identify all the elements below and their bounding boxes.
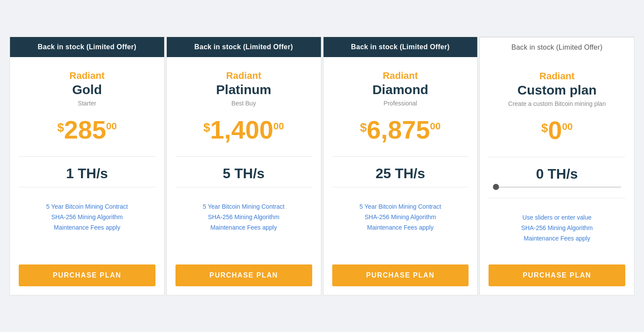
feature-item-custom-1: SHA-256 Mining Algorithm — [489, 224, 625, 231]
price-container-diamond: $6,87500 — [360, 117, 441, 142]
features-list-custom: Use sliders or enter valueSHA-256 Mining… — [489, 214, 625, 245]
divider-bottom-platinum — [175, 187, 312, 187]
th-value-diamond: 25 TH/s — [375, 166, 425, 182]
plan-subtitle-platinum: Best Buy — [232, 100, 256, 107]
plan-name-diamond: Diamond — [372, 82, 428, 97]
feature-item-gold-1: SHA-256 Mining Algorithm — [19, 213, 155, 220]
brand-platinum: Radiant — [226, 70, 261, 81]
th-value-custom: 0 TH/s — [536, 166, 578, 182]
card-body-custom: RadiantCustom planCreate a custom Bitcoi… — [480, 58, 634, 264]
price-cents-diamond: 00 — [430, 121, 441, 132]
plan-subtitle-custom: Create a custom Bitcoin mining plan — [508, 100, 606, 107]
price-main-gold: 285 — [64, 117, 106, 142]
card-diamond: Back in stock (Limited Offer)RadiantDiam… — [323, 37, 478, 295]
feature-item-gold-0: 5 Year Bitcoin Mining Contract — [19, 203, 155, 210]
card-body-gold: RadiantGoldStarter$285001 TH/s5 Year Bit… — [10, 57, 164, 264]
purchase-button-custom[interactable]: PURCHASE PLAN — [489, 264, 625, 286]
plan-subtitle-diamond: Professional — [384, 100, 417, 107]
divider-top-diamond — [332, 156, 469, 157]
plan-name-custom: Custom plan — [517, 83, 597, 98]
slider-dot-custom — [493, 184, 499, 190]
price-container-custom: $000 — [541, 118, 573, 143]
divider-top-gold — [19, 156, 155, 157]
banner-gold: Back in stock (Limited Offer) — [10, 37, 164, 57]
th-value-gold: 1 TH/s — [66, 166, 108, 182]
feature-item-diamond-2: Maintenance Fees apply — [332, 224, 469, 231]
banner-platinum: Back in stock (Limited Offer) — [167, 37, 321, 57]
price-dollar-diamond: $ — [360, 121, 367, 135]
price-container-gold: $28500 — [57, 117, 117, 142]
purchase-button-platinum[interactable]: PURCHASE PLAN — [175, 264, 312, 286]
feature-item-custom-2: Maintenance Fees apply — [489, 235, 625, 242]
plan-name-platinum: Platinum — [216, 82, 271, 97]
feature-item-diamond-0: 5 Year Bitcoin Mining Contract — [332, 203, 469, 210]
price-cents-gold: 00 — [106, 121, 117, 132]
card-platinum: Back in stock (Limited Offer)RadiantPlat… — [166, 37, 321, 295]
price-main-custom: 0 — [548, 118, 562, 143]
divider-bottom-custom — [489, 198, 625, 198]
th-value-platinum: 5 TH/s — [223, 166, 265, 182]
features-list-diamond: 5 Year Bitcoin Mining ContractSHA-256 Mi… — [332, 203, 469, 234]
divider-top-platinum — [175, 156, 312, 157]
plan-name-gold: Gold — [72, 82, 102, 97]
feature-item-custom-0: Use sliders or enter value — [489, 214, 625, 221]
slider-line-custom — [499, 186, 621, 188]
features-list-platinum: 5 Year Bitcoin Mining ContractSHA-256 Mi… — [175, 203, 312, 234]
price-main-platinum: 1,400 — [210, 117, 273, 142]
feature-item-platinum-0: 5 Year Bitcoin Mining Contract — [175, 203, 312, 210]
brand-custom: Radiant — [539, 71, 575, 82]
price-cents-platinum: 00 — [273, 121, 284, 132]
features-list-gold: 5 Year Bitcoin Mining ContractSHA-256 Mi… — [19, 203, 155, 234]
card-custom: Back in stock (Limited Offer)RadiantCust… — [479, 37, 634, 295]
pricing-cards-container: Back in stock (Limited Offer)RadiantGold… — [9, 37, 635, 295]
price-dollar-platinum: $ — [203, 121, 210, 135]
brand-gold: Radiant — [70, 70, 105, 81]
brand-diamond: Radiant — [383, 70, 418, 81]
price-dollar-gold: $ — [57, 121, 64, 135]
card-body-diamond: RadiantDiamondProfessional$6,8750025 TH/… — [324, 57, 478, 264]
banner-diamond: Back in stock (Limited Offer) — [324, 37, 478, 57]
purchase-button-gold[interactable]: PURCHASE PLAN — [19, 264, 155, 286]
divider-top-custom — [489, 157, 625, 157]
feature-item-gold-2: Maintenance Fees apply — [19, 224, 155, 231]
price-cents-custom: 00 — [562, 121, 573, 132]
price-main-diamond: 6,875 — [367, 117, 430, 142]
feature-item-platinum-2: Maintenance Fees apply — [175, 224, 312, 231]
card-gold: Back in stock (Limited Offer)RadiantGold… — [10, 37, 165, 295]
banner-custom: Back in stock (Limited Offer) — [480, 37, 634, 58]
slider-row-custom[interactable] — [489, 184, 625, 190]
price-container-platinum: $1,40000 — [203, 117, 284, 142]
plan-subtitle-gold: Starter — [78, 100, 96, 107]
purchase-button-diamond[interactable]: PURCHASE PLAN — [332, 264, 469, 286]
feature-item-diamond-1: SHA-256 Mining Algorithm — [332, 213, 469, 220]
divider-bottom-gold — [19, 187, 155, 187]
price-dollar-custom: $ — [541, 121, 548, 135]
divider-bottom-diamond — [332, 187, 469, 187]
feature-item-platinum-1: SHA-256 Mining Algorithm — [175, 213, 312, 220]
card-body-platinum: RadiantPlatinumBest Buy$1,400005 TH/s5 Y… — [167, 57, 321, 264]
